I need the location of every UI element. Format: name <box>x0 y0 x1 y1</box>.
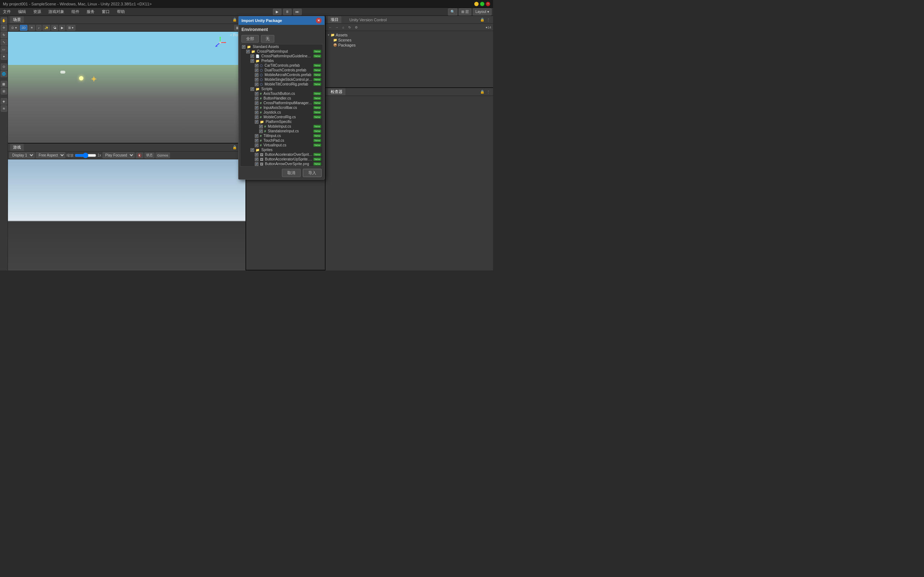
project-assets-item[interactable]: ▾ 📁 Assets <box>327 32 492 37</box>
tree-item-checkbox[interactable] <box>242 45 246 49</box>
tab-game[interactable]: 游戏 <box>10 144 24 151</box>
dialog-tree-item[interactable]: 🖼ButtonArrowOverSprite.pngNew <box>241 161 323 166</box>
extra-tool1[interactable]: ◈ <box>1 98 7 105</box>
dialog-tree-item[interactable]: 🖼ButtonAcceleratorOverSprite.pngNew <box>241 152 323 157</box>
tree-item-checkbox[interactable] <box>255 64 258 68</box>
project-back-btn[interactable]: ← <box>328 25 333 30</box>
dialog-tree-item[interactable]: ⬡MobileAircraftControls.prefabNew <box>241 73 323 77</box>
tree-item-checkbox[interactable] <box>259 129 263 133</box>
maximize-button[interactable]: □ <box>480 2 485 6</box>
inspector-lock-icon[interactable]: 🔒 <box>480 89 485 95</box>
dialog-tree-item[interactable]: 📄CrossPlatformInputGuidelines.txtNew <box>241 54 323 58</box>
tree-item-checkbox[interactable] <box>255 78 258 82</box>
project-lock-icon[interactable]: 🔒 <box>480 17 485 23</box>
tree-item-checkbox[interactable] <box>250 87 254 91</box>
dialog-tree-item[interactable]: 📁Scripts <box>241 87 323 91</box>
project-gear-btn[interactable]: ⚙ <box>354 25 359 30</box>
dialog-tree-item[interactable]: ⬡MobileTiltControlRig.prefabNew <box>241 82 323 87</box>
tree-item-checkbox[interactable] <box>255 97 258 100</box>
dialog-tree-item[interactable]: ⬡CarTiltControls.prefabNew <box>241 63 323 68</box>
dialog-tree-item[interactable]: 📁CrossPlatformInputNew <box>241 49 323 54</box>
tree-item-checkbox[interactable] <box>255 139 258 142</box>
tree-item-checkbox[interactable] <box>255 115 258 119</box>
menu-window[interactable]: 窗口 <box>100 8 111 15</box>
gizmos-btn[interactable]: Gizmos <box>155 153 170 158</box>
transform-tool[interactable]: ✦ <box>1 53 7 60</box>
dialog-tree-item[interactable]: #VirtualInput.csNew <box>241 143 323 148</box>
snap-btn[interactable]: ⊞ <box>1 88 7 95</box>
scene-lock-icon[interactable]: 🔒 <box>232 17 237 23</box>
tab-version-control[interactable]: Unity Version Control <box>347 17 389 23</box>
scene-viewport[interactable]: < Persp <box>8 32 246 143</box>
sky-btn[interactable]: 🌤 <box>51 25 58 31</box>
dialog-tree-item[interactable]: #TouchPad.csNew <box>241 138 323 143</box>
global-toggle[interactable]: 🌐 <box>1 71 7 77</box>
dialog-tree-item[interactable]: #InputAxisScrollbar.csNew <box>241 105 323 110</box>
menu-services[interactable]: 服务 <box>85 8 96 15</box>
cancel-button[interactable]: 取消 <box>282 169 300 177</box>
stats-btn[interactable]: 状态 <box>144 153 155 158</box>
dialog-tree-item[interactable]: #StandaloneInput.csNew <box>241 129 323 134</box>
menu-component[interactable]: 组件 <box>70 8 81 15</box>
dialog-close-button[interactable]: ✕ <box>316 18 321 23</box>
dialog-tree-item[interactable]: #Joystick.csNew <box>241 110 323 115</box>
tree-item-checkbox[interactable] <box>255 73 258 77</box>
gizmo-dropdown[interactable]: ⊙ ▾ <box>10 25 19 31</box>
dialog-tree-item[interactable]: ⬡MobileSingleStickControl.prefabNew <box>241 77 323 82</box>
tree-item-checkbox[interactable] <box>246 50 250 53</box>
2d-btn[interactable]: 2D <box>20 25 28 31</box>
dialog-tree-item[interactable]: ⬡DualTouchControls.prefabNew <box>241 68 323 73</box>
dialog-tree-item[interactable]: 📁Sprites <box>241 148 323 152</box>
tree-item-checkbox[interactable] <box>255 106 258 110</box>
tab-project[interactable]: 项目 <box>328 16 341 23</box>
audio-btn[interactable]: ♪ <box>36 25 42 31</box>
hand-tool[interactable]: ✋ <box>1 17 7 24</box>
dialog-tree-item[interactable]: #AxisTouchButton.csNew <box>241 91 323 96</box>
menu-file[interactable]: 文件 <box>2 8 12 15</box>
menu-edit[interactable]: 编辑 <box>16 8 27 15</box>
tab-inspector[interactable]: 检查器 <box>328 89 346 95</box>
project-menu-icon[interactable]: ⋮ <box>486 17 491 23</box>
project-refresh-btn[interactable]: ↻ <box>347 25 352 30</box>
game-lock-icon[interactable]: 🔒 <box>232 145 237 150</box>
view-options[interactable]: ⊞ ▾ <box>66 25 76 31</box>
minimize-button[interactable]: ─ <box>474 2 478 6</box>
tree-item-checkbox[interactable] <box>255 111 258 114</box>
tree-item-checkbox[interactable] <box>255 92 258 95</box>
tree-item-checkbox[interactable] <box>250 59 254 63</box>
dialog-tree-item[interactable]: #MobileControlRig.csNew <box>241 115 323 119</box>
rotate-tool[interactable]: ↻ <box>1 32 7 38</box>
step-button[interactable]: ⏭ <box>293 9 302 15</box>
project-forward-btn[interactable]: → <box>334 25 339 30</box>
mute-btn[interactable]: 🔇 <box>136 153 143 158</box>
play-focused-select[interactable]: Play Focused <box>102 152 135 158</box>
tree-item-checkbox[interactable] <box>255 162 258 166</box>
project-scenes-item[interactable]: 📁 Scenes <box>327 37 492 43</box>
close-button[interactable]: ✕ <box>486 2 490 6</box>
tree-item-checkbox[interactable] <box>259 125 263 128</box>
tree-item-checkbox[interactable] <box>255 69 258 72</box>
layout-button[interactable]: Layout ▾ <box>473 8 492 16</box>
tree-item-checkbox[interactable] <box>250 148 254 152</box>
menu-assets[interactable]: 资源 <box>32 8 43 15</box>
project-packages-item[interactable]: 📦 Packages <box>327 43 492 48</box>
tree-item-checkbox[interactable] <box>255 143 258 147</box>
tree-item-checkbox[interactable] <box>255 158 258 161</box>
grid-btn[interactable]: ▦ <box>1 81 7 87</box>
zoom-slider[interactable] <box>75 153 96 158</box>
play-button[interactable]: ▶ <box>273 9 281 15</box>
dialog-tree-item[interactable]: #CrossPlatformInputManager.csNew <box>241 101 323 105</box>
select-all-button[interactable]: 全部 <box>241 35 259 43</box>
tree-item-checkbox[interactable] <box>255 102 258 105</box>
extra-tool2[interactable]: ≋ <box>1 105 7 112</box>
tree-item-checkbox[interactable] <box>255 134 258 138</box>
dialog-tree-item[interactable]: 🖼ButtonAcceleratorUpSprite.pngNew <box>241 157 323 161</box>
tree-item-checkbox[interactable] <box>250 55 254 58</box>
fx-btn[interactable]: ✨ <box>43 25 50 31</box>
dialog-tree-item[interactable]: #ButtonHandler.csNew <box>241 96 323 101</box>
dialog-tree-item[interactable]: #TiltInput.csNew <box>241 134 323 138</box>
dialog-tree-item[interactable]: 📁Standard Assets <box>241 44 323 49</box>
select-none-button[interactable]: 无 <box>261 35 274 43</box>
tree-item-checkbox[interactable] <box>255 120 258 124</box>
pivot-toggle[interactable]: ⊙ <box>1 63 7 70</box>
